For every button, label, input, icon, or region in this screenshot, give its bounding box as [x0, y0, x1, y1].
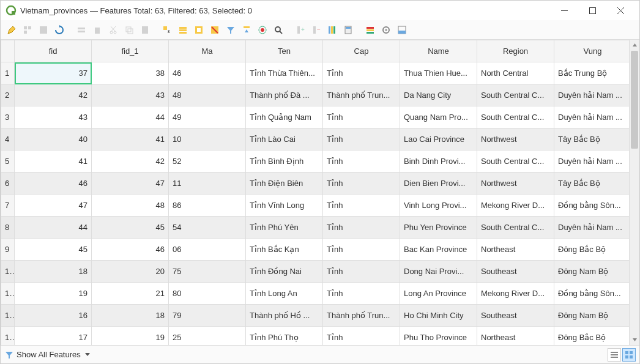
cell-fid[interactable]: 18 [15, 261, 92, 283]
cut-button[interactable] [106, 23, 121, 37]
table-row[interactable]: 5414252Tỉnh Bình ĐịnhTỉnhBinh Dinh Provi… [1, 150, 630, 173]
form-view-button[interactable] [608, 348, 621, 362]
table-row[interactable]: 2424348Thành phố Đà ...Thành phố Trun...… [1, 84, 630, 106]
cell-ten[interactable]: Tỉnh Điện Biên [246, 173, 323, 195]
corner-cell[interactable] [1, 40, 15, 62]
cell-fid[interactable]: 44 [15, 217, 92, 239]
cell-region[interactable]: Mekong River D... [477, 283, 554, 305]
new-field-button[interactable]: + [293, 23, 308, 37]
cell-fid1[interactable]: 19 [92, 327, 169, 346]
table-scroll[interactable]: fid fid_1 Ma Ten Cap Name Region Vung 13… [1, 40, 629, 345]
cell-fid1[interactable]: 18 [92, 305, 169, 327]
pan-to-selected-button[interactable] [255, 23, 270, 37]
cell-region[interactable]: South Central C... [477, 106, 554, 128]
cell-ma[interactable]: 46 [169, 62, 246, 84]
cell-vung[interactable]: Đồng bằng Sôn... [554, 283, 630, 305]
cell-ten[interactable]: Thành phố Đà ... [246, 84, 323, 106]
scroll-thumb[interactable] [631, 51, 638, 149]
delete-selected-button[interactable] [90, 23, 105, 37]
cell-cap[interactable]: Tỉnh [323, 150, 400, 173]
table-row[interactable]: 13171925Tỉnh Phú ThọTỉnhPhu Tho Province… [1, 327, 630, 346]
select-all-button[interactable] [176, 23, 190, 37]
cell-fid[interactable]: 16 [15, 305, 92, 327]
table-row[interactable]: 7474886Tỉnh Vĩnh LongTỉnhVinh Long Provi… [1, 195, 630, 217]
cell-fid[interactable]: 42 [15, 84, 92, 106]
cell-name[interactable]: Quang Nam Pro... [400, 106, 477, 128]
filter-selection-button[interactable] [223, 23, 238, 37]
cell-cap[interactable]: Tỉnh [323, 283, 400, 305]
zoom-to-selected-button[interactable] [271, 23, 286, 37]
actions-button[interactable] [379, 23, 393, 37]
cell-cap[interactable]: Thành phố Trun... [323, 84, 400, 106]
cell-vung[interactable]: Duyên hải Nam ... [554, 217, 630, 239]
col-header-ten[interactable]: Ten [246, 40, 323, 62]
cell-ma[interactable]: 79 [169, 305, 246, 327]
cell-vung[interactable]: Tây Bắc Bộ [554, 173, 630, 195]
cell-region[interactable]: Northwest [477, 173, 554, 195]
add-feature-button[interactable] [74, 23, 89, 37]
table-row[interactable]: 11192180Tỉnh Long AnTỉnhLong An Province… [1, 283, 630, 305]
col-header-cap[interactable]: Cap [323, 40, 400, 62]
cell-fid[interactable]: 19 [15, 283, 92, 305]
cell-name[interactable]: Phu Tho Province [400, 327, 477, 346]
cell-fid1[interactable]: 38 [92, 62, 169, 84]
row-header[interactable]: 5 [1, 150, 15, 173]
cell-fid[interactable]: 45 [15, 239, 92, 261]
cell-ma[interactable]: 49 [169, 106, 246, 128]
cell-ten[interactable]: Tỉnh Thừa Thiên... [246, 62, 323, 84]
row-header[interactable]: 11 [1, 283, 15, 305]
row-header[interactable]: 13 [1, 327, 15, 346]
toggle-multiedit-button[interactable] [20, 23, 35, 37]
cell-fid[interactable]: 40 [15, 128, 92, 150]
cell-region[interactable]: South Central C... [477, 84, 554, 106]
cell-region[interactable]: Northeast [477, 327, 554, 346]
cell-ma[interactable]: 75 [169, 261, 246, 283]
col-header-ma[interactable]: Ma [169, 40, 246, 62]
cell-name[interactable]: Vinh Long Provi... [400, 195, 477, 217]
cell-ma[interactable]: 25 [169, 327, 246, 346]
cell-vung[interactable]: Đông Nam Bộ [554, 261, 630, 283]
cell-name[interactable]: Bac Kan Province [400, 239, 477, 261]
row-header[interactable]: 10 [1, 261, 15, 283]
table-view-button[interactable] [622, 348, 636, 362]
cell-ten[interactable]: Tỉnh Bình Định [246, 150, 323, 173]
table-row[interactable]: 9454606Tỉnh Bắc KạnTỉnhBac Kan ProvinceN… [1, 239, 630, 261]
cell-fid1[interactable]: 47 [92, 173, 169, 195]
table-row[interactable]: 10182075Tỉnh Đồng NaiTỉnhDong Nai Provi.… [1, 261, 630, 283]
cell-fid1[interactable]: 45 [92, 217, 169, 239]
save-edits-button[interactable] [36, 23, 51, 37]
row-header[interactable]: 8 [1, 217, 15, 239]
cell-name[interactable]: Phu Yen Province [400, 217, 477, 239]
cell-cap[interactable]: Tỉnh [323, 128, 400, 150]
row-header[interactable]: 7 [1, 195, 15, 217]
cell-vung[interactable]: Đông Nam Bộ [554, 305, 630, 327]
cell-cap[interactable]: Tỉnh [323, 239, 400, 261]
cell-fid1[interactable]: 43 [92, 84, 169, 106]
cell-ten[interactable]: Tỉnh Phú Thọ [246, 327, 323, 346]
col-header-fid[interactable]: fid [15, 40, 92, 62]
maximize-button[interactable] [578, 1, 606, 20]
cell-vung[interactable]: Duyên hải Nam ... [554, 106, 630, 128]
cell-ten[interactable]: Tỉnh Long An [246, 283, 323, 305]
cell-vung[interactable]: Duyên hải Nam ... [554, 150, 630, 173]
paste-button[interactable] [138, 23, 152, 37]
conditional-format-button[interactable] [363, 23, 378, 37]
cell-fid[interactable]: 37 [15, 62, 92, 84]
table-row[interactable]: 8444554Tỉnh Phú YênTỉnhPhu Yen ProvinceS… [1, 217, 630, 239]
cell-cap[interactable]: Tỉnh [323, 327, 400, 346]
deselect-all-button[interactable] [207, 23, 222, 37]
cell-region[interactable]: Northeast [477, 239, 554, 261]
cell-fid[interactable]: 41 [15, 150, 92, 173]
cell-ten[interactable]: Tỉnh Đồng Nai [246, 261, 323, 283]
cell-name[interactable]: Ho Chi Minh City [400, 305, 477, 327]
field-calculator-button[interactable] [341, 23, 355, 37]
row-header[interactable]: 1 [1, 62, 15, 84]
reload-button[interactable] [52, 23, 67, 37]
vertical-scrollbar[interactable] [629, 40, 639, 345]
row-header[interactable]: 12 [1, 305, 15, 327]
cell-region[interactable]: Mekong River D... [477, 195, 554, 217]
cell-ma[interactable]: 86 [169, 195, 246, 217]
cell-region[interactable]: South Central C... [477, 217, 554, 239]
cell-name[interactable]: Long An Province [400, 283, 477, 305]
cell-ma[interactable]: 10 [169, 128, 246, 150]
